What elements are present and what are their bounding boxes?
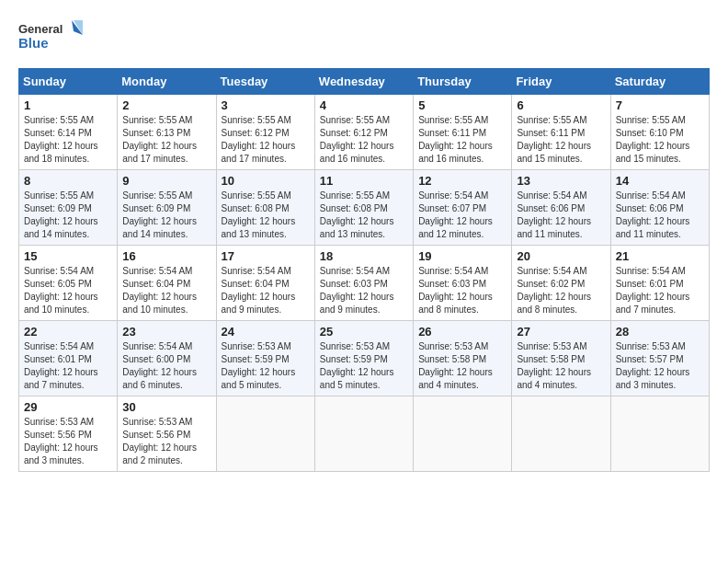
day-info: Sunrise: 5:55 AM Sunset: 6:08 PM Dayligh…	[320, 190, 408, 241]
calendar-cell: 23 Sunrise: 5:54 AM Sunset: 6:00 PM Dayl…	[118, 321, 216, 396]
day-info: Sunrise: 5:54 AM Sunset: 6:04 PM Dayligh…	[122, 265, 210, 316]
calendar-cell: 7 Sunrise: 5:55 AM Sunset: 6:10 PM Dayli…	[610, 95, 709, 170]
day-info: Sunrise: 5:53 AM Sunset: 5:59 PM Dayligh…	[222, 340, 310, 392]
day-number: 4	[320, 98, 408, 112]
calendar-cell: 21 Sunrise: 5:54 AM Sunset: 6:01 PM Dayl…	[610, 246, 709, 321]
day-number: 3	[222, 98, 310, 112]
calendar-cell: 17 Sunrise: 5:54 AM Sunset: 6:04 PM Dayl…	[216, 246, 314, 321]
calendar-cell: 5 Sunrise: 5:55 AM Sunset: 6:11 PM Dayli…	[414, 95, 512, 170]
day-info: Sunrise: 5:55 AM Sunset: 6:12 PM Dayligh…	[320, 114, 408, 166]
weekday-header-monday: Monday	[118, 69, 216, 95]
day-info: Sunrise: 5:54 AM Sunset: 6:04 PM Dayligh…	[222, 265, 310, 316]
calendar-cell: 28 Sunrise: 5:53 AM Sunset: 5:57 PM Dayl…	[610, 321, 709, 396]
day-number: 1	[24, 98, 112, 112]
day-number: 8	[24, 174, 112, 188]
day-number: 16	[122, 249, 210, 263]
weekday-header-tuesday: Tuesday	[216, 69, 314, 95]
day-number: 22	[24, 325, 112, 339]
day-info: Sunrise: 5:54 AM Sunset: 6:00 PM Dayligh…	[122, 340, 210, 392]
calendar-cell: 29 Sunrise: 5:53 AM Sunset: 5:56 PM Dayl…	[19, 396, 118, 472]
calendar-cell: 22 Sunrise: 5:54 AM Sunset: 6:01 PM Dayl…	[19, 321, 118, 396]
day-info: Sunrise: 5:55 AM Sunset: 6:14 PM Dayligh…	[24, 114, 112, 166]
calendar-cell: 2 Sunrise: 5:55 AM Sunset: 6:13 PM Dayli…	[118, 95, 216, 170]
day-info: Sunrise: 5:55 AM Sunset: 6:12 PM Dayligh…	[222, 114, 310, 166]
calendar-cell: 4 Sunrise: 5:55 AM Sunset: 6:12 PM Dayli…	[314, 95, 413, 170]
day-number: 9	[122, 174, 210, 188]
calendar-cell: 3 Sunrise: 5:55 AM Sunset: 6:12 PM Dayli…	[216, 95, 314, 170]
day-info: Sunrise: 5:54 AM Sunset: 6:01 PM Dayligh…	[616, 265, 704, 316]
day-number: 24	[222, 325, 310, 339]
calendar-cell: 19 Sunrise: 5:54 AM Sunset: 6:03 PM Dayl…	[414, 246, 512, 321]
day-number: 25	[320, 325, 408, 339]
calendar-table: SundayMondayTuesdayWednesdayThursdayFrid…	[18, 68, 710, 472]
day-number: 12	[418, 174, 506, 188]
day-info: Sunrise: 5:55 AM Sunset: 6:08 PM Dayligh…	[222, 190, 310, 241]
weekday-header-friday: Friday	[512, 69, 610, 95]
day-info: Sunrise: 5:54 AM Sunset: 6:02 PM Dayligh…	[517, 265, 605, 316]
calendar-cell: 18 Sunrise: 5:54 AM Sunset: 6:03 PM Dayl…	[314, 246, 413, 321]
calendar-cell: 1 Sunrise: 5:55 AM Sunset: 6:14 PM Dayli…	[19, 95, 118, 170]
logo-svg: General Blue	[18, 18, 83, 53]
calendar-cell	[414, 396, 512, 472]
page-header: General Blue	[18, 18, 710, 53]
weekday-header-sunday: Sunday	[19, 69, 118, 95]
day-number: 27	[517, 325, 605, 339]
day-number: 6	[517, 98, 605, 112]
day-info: Sunrise: 5:54 AM Sunset: 6:03 PM Dayligh…	[320, 265, 408, 316]
day-number: 20	[517, 249, 605, 263]
calendar-cell: 24 Sunrise: 5:53 AM Sunset: 5:59 PM Dayl…	[216, 321, 314, 396]
day-info: Sunrise: 5:54 AM Sunset: 6:06 PM Dayligh…	[517, 190, 605, 241]
calendar-cell: 10 Sunrise: 5:55 AM Sunset: 6:08 PM Dayl…	[216, 170, 314, 246]
day-number: 23	[122, 325, 210, 339]
day-number: 21	[616, 249, 704, 263]
day-info: Sunrise: 5:54 AM Sunset: 6:05 PM Dayligh…	[24, 265, 112, 316]
day-info: Sunrise: 5:54 AM Sunset: 6:03 PM Dayligh…	[418, 265, 506, 316]
day-info: Sunrise: 5:53 AM Sunset: 5:58 PM Dayligh…	[517, 340, 605, 392]
calendar-cell: 9 Sunrise: 5:55 AM Sunset: 6:09 PM Dayli…	[118, 170, 216, 246]
day-number: 10	[222, 174, 310, 188]
day-number: 13	[517, 174, 605, 188]
day-number: 7	[616, 98, 704, 112]
weekday-header-thursday: Thursday	[414, 69, 512, 95]
day-number: 11	[320, 174, 408, 188]
calendar-cell: 16 Sunrise: 5:54 AM Sunset: 6:04 PM Dayl…	[118, 246, 216, 321]
calendar-cell: 25 Sunrise: 5:53 AM Sunset: 5:59 PM Dayl…	[314, 321, 413, 396]
svg-text:Blue: Blue	[18, 35, 49, 51]
weekday-header-saturday: Saturday	[610, 69, 709, 95]
calendar-cell: 30 Sunrise: 5:53 AM Sunset: 5:56 PM Dayl…	[118, 396, 216, 472]
calendar-cell: 11 Sunrise: 5:55 AM Sunset: 6:08 PM Dayl…	[314, 170, 413, 246]
day-number: 14	[616, 174, 704, 188]
weekday-header-wednesday: Wednesday	[314, 69, 413, 95]
calendar-cell	[314, 396, 413, 472]
calendar-cell: 8 Sunrise: 5:55 AM Sunset: 6:09 PM Dayli…	[19, 170, 118, 246]
calendar-cell	[216, 396, 314, 472]
day-info: Sunrise: 5:55 AM Sunset: 6:11 PM Dayligh…	[517, 114, 605, 166]
day-number: 28	[616, 325, 704, 339]
calendar-cell: 20 Sunrise: 5:54 AM Sunset: 6:02 PM Dayl…	[512, 246, 610, 321]
day-info: Sunrise: 5:53 AM Sunset: 5:56 PM Dayligh…	[24, 416, 112, 467]
day-number: 2	[122, 98, 210, 112]
day-number: 18	[320, 249, 408, 263]
day-number: 30	[122, 400, 210, 414]
calendar-cell: 26 Sunrise: 5:53 AM Sunset: 5:58 PM Dayl…	[414, 321, 512, 396]
day-number: 17	[222, 249, 310, 263]
day-info: Sunrise: 5:53 AM Sunset: 5:59 PM Dayligh…	[320, 340, 408, 392]
day-info: Sunrise: 5:53 AM Sunset: 5:56 PM Dayligh…	[122, 416, 210, 467]
logo: General Blue	[18, 18, 83, 53]
day-info: Sunrise: 5:55 AM Sunset: 6:13 PM Dayligh…	[122, 114, 210, 166]
day-info: Sunrise: 5:55 AM Sunset: 6:09 PM Dayligh…	[24, 190, 112, 241]
calendar-cell	[512, 396, 610, 472]
day-number: 19	[418, 249, 506, 263]
day-info: Sunrise: 5:55 AM Sunset: 6:11 PM Dayligh…	[418, 114, 506, 166]
day-info: Sunrise: 5:54 AM Sunset: 6:06 PM Dayligh…	[616, 190, 704, 241]
calendar-cell: 13 Sunrise: 5:54 AM Sunset: 6:06 PM Dayl…	[512, 170, 610, 246]
day-info: Sunrise: 5:55 AM Sunset: 6:10 PM Dayligh…	[616, 114, 704, 166]
calendar-cell: 12 Sunrise: 5:54 AM Sunset: 6:07 PM Dayl…	[414, 170, 512, 246]
day-info: Sunrise: 5:53 AM Sunset: 5:58 PM Dayligh…	[418, 340, 506, 392]
day-number: 26	[418, 325, 506, 339]
day-info: Sunrise: 5:53 AM Sunset: 5:57 PM Dayligh…	[616, 340, 704, 392]
day-number: 15	[24, 249, 112, 263]
day-info: Sunrise: 5:54 AM Sunset: 6:07 PM Dayligh…	[418, 190, 506, 241]
calendar-cell: 6 Sunrise: 5:55 AM Sunset: 6:11 PM Dayli…	[512, 95, 610, 170]
day-info: Sunrise: 5:54 AM Sunset: 6:01 PM Dayligh…	[24, 340, 112, 392]
